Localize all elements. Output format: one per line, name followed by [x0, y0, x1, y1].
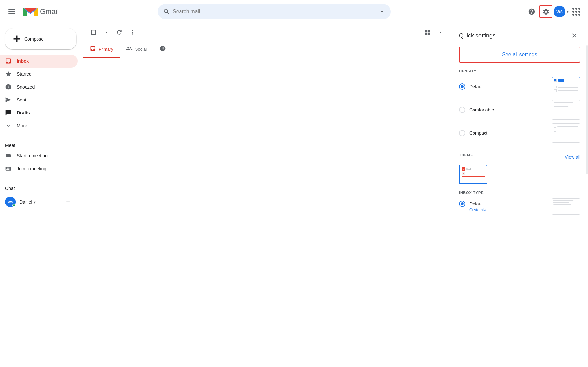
sidebar-divider-2	[0, 178, 83, 178]
sidebar-item-join-meeting[interactable]: Join a meeting	[0, 162, 78, 175]
inbox-radio-dot	[461, 202, 464, 205]
density-option-default[interactable]: Default	[459, 77, 580, 96]
search-dropdown-icon[interactable]	[378, 8, 386, 15]
select-checkbox-button[interactable]	[88, 27, 99, 37]
chat-user-daniel[interactable]: WS Daniel ▾ +	[0, 195, 78, 209]
quick-settings-close-button[interactable]	[569, 30, 580, 41]
search-bar[interactable]	[158, 4, 391, 19]
inbox-type-option-default[interactable]: Default Customize	[459, 198, 580, 215]
inbox-type-thumb	[552, 198, 580, 215]
apps-button[interactable]	[570, 5, 583, 18]
layout-button[interactable]	[422, 27, 433, 37]
sidebar-item-inbox[interactable]: Inbox	[0, 55, 78, 68]
tab-promotions[interactable]	[153, 41, 172, 58]
sidebar-item-start-meeting[interactable]: Start a meeting	[0, 149, 78, 162]
drafts-icon	[5, 110, 12, 116]
header-left: Gmail	[5, 5, 89, 18]
email-list	[83, 58, 451, 367]
starred-label: Starred	[17, 71, 32, 77]
help-button[interactable]	[525, 5, 538, 18]
settings-button[interactable]	[539, 5, 552, 18]
density-default-label: Default	[469, 84, 484, 89]
sent-icon	[5, 97, 12, 103]
density-comfortable-radio[interactable]	[459, 107, 465, 113]
search-input[interactable]	[173, 9, 376, 15]
more-label: More	[17, 123, 27, 128]
compose-button[interactable]: ✚ Compose	[5, 28, 76, 49]
sidebar-item-sent[interactable]: Sent	[0, 93, 78, 106]
inbox-thumb-line-3	[553, 204, 571, 205]
sidebar-item-starred[interactable]: Starred	[0, 68, 78, 80]
chat-section-label: Chat	[0, 181, 83, 192]
theme-section-header: THEME View all	[459, 153, 580, 161]
density-option-compact-left: Compact	[459, 130, 487, 136]
inbox-default-label: Default	[469, 201, 484, 206]
menu-button[interactable]	[5, 5, 18, 18]
account-chevron-icon: ▾	[567, 9, 569, 14]
inbox-customize-link[interactable]: Customize	[469, 208, 488, 212]
email-tabs: Primary Social	[83, 41, 451, 58]
compose-label: Compose	[24, 37, 44, 42]
meet-section-label: Meet	[0, 138, 83, 149]
tab-primary-label: Primary	[99, 47, 113, 52]
social-tab-icon	[126, 45, 133, 53]
avatar[interactable]: WS	[554, 6, 565, 17]
thumb-checkbox-compact	[554, 126, 556, 128]
header-right: WS ▾	[525, 5, 583, 18]
thumb-checkbox-compact-3	[554, 134, 556, 136]
chat-name-daniel: Daniel ▾	[19, 199, 60, 204]
svg-rect-0	[8, 9, 15, 10]
density-section: DENSITY Default	[451, 69, 588, 153]
thumb-line-blue	[558, 79, 564, 82]
svg-rect-1	[8, 11, 15, 12]
layout-dropdown-button[interactable]	[435, 27, 446, 37]
svg-rect-2	[8, 13, 15, 14]
tab-primary[interactable]: Primary	[83, 41, 120, 58]
view-all-themes-link[interactable]: View all	[565, 154, 580, 160]
add-chat-button[interactable]: +	[63, 197, 72, 206]
see-all-settings-button[interactable]: See all settings	[459, 47, 580, 63]
density-compact-radio[interactable]	[459, 130, 465, 136]
sidebar-item-more[interactable]: More	[0, 119, 78, 132]
keyboard-icon	[5, 165, 12, 172]
sidebar-item-snoozed[interactable]: Snoozed	[0, 80, 78, 93]
density-compact-thumb	[552, 123, 580, 143]
refresh-button[interactable]	[114, 27, 125, 37]
gmail-m-icon	[22, 5, 39, 18]
sidebar-divider	[0, 135, 83, 135]
start-meeting-label: Start a meeting	[17, 153, 48, 158]
join-meeting-label: Join a meeting	[17, 166, 46, 171]
gmail-logo: Gmail	[22, 5, 59, 18]
inbox-icon	[5, 58, 12, 64]
more-toolbar-button[interactable]	[127, 27, 137, 37]
primary-tab-icon	[90, 45, 96, 53]
theme-thumbnail[interactable]: M Gmail +	[459, 165, 487, 184]
chat-dropdown-icon: ▾	[34, 200, 36, 204]
promotions-tab-icon	[159, 45, 166, 53]
email-toolbar	[83, 23, 451, 41]
account-wrapper[interactable]: WS ▾	[554, 6, 569, 17]
theme-mini-line	[462, 176, 485, 177]
thumb-row-2	[554, 86, 578, 88]
scrollbar-thumb[interactable]	[586, 45, 588, 174]
tab-social[interactable]: Social	[120, 41, 153, 58]
thumb-checkbox	[554, 79, 557, 82]
density-option-compact[interactable]: Compact	[459, 123, 580, 143]
theme-mini-text: Gmail	[466, 168, 471, 170]
inbox-type-section: INBOX TYPE Default Customize	[451, 191, 588, 225]
thumb-row-3	[554, 89, 578, 92]
search-icon	[163, 8, 170, 15]
sidebar-item-drafts[interactable]: Drafts	[0, 106, 78, 119]
density-option-comfortable[interactable]: Comfortable	[459, 100, 580, 120]
theme-section: THEME View all M Gmail +	[451, 153, 588, 191]
theme-section-title: THEME	[459, 153, 473, 157]
select-dropdown-button[interactable]	[101, 27, 112, 37]
thumb-checkbox-empty-2	[554, 89, 557, 92]
density-default-radio[interactable]	[459, 83, 465, 90]
inbox-label: Inbox	[17, 58, 29, 64]
thumb-line	[558, 87, 578, 88]
chat-section: WS Daniel ▾ +	[0, 192, 83, 212]
thumb-row	[554, 79, 578, 82]
inbox-default-radio[interactable]	[459, 201, 465, 207]
theme-thumb-inner: M Gmail +	[460, 165, 487, 179]
